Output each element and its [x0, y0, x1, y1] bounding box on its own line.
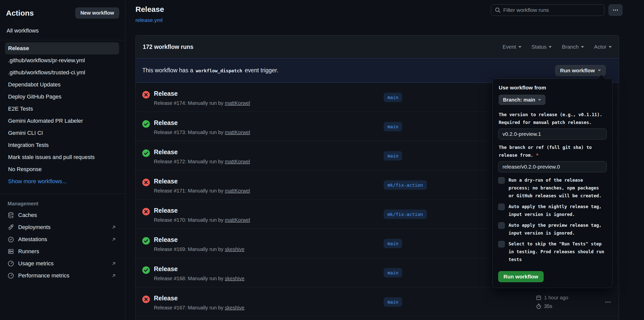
checkbox-label[interactable]: Auto apply the nightly release tag, inpu… — [509, 203, 604, 218]
check-circle-icon — [142, 237, 150, 245]
filter-event-dropdown[interactable]: Event — [502, 44, 521, 50]
actor-link[interactable]: mattKorwel — [225, 100, 250, 106]
branch-badge[interactable]: main — [384, 93, 402, 102]
branch-badge[interactable]: main — [384, 151, 402, 161]
branch-badge[interactable]: main — [384, 268, 402, 277]
run-workflow-dropdown-button[interactable]: Run workflow — [555, 65, 606, 76]
checkbox-label[interactable]: Auto apply the preview release tag, inpu… — [509, 221, 604, 237]
check-circle-icon — [142, 149, 150, 157]
sidebar-item-usage-metrics[interactable]: Usage metrics — [0, 258, 125, 270]
sidebar-item-caches[interactable]: Caches — [0, 209, 125, 221]
check-circle-icon — [142, 266, 150, 274]
branch-badge[interactable]: mk/fix-action — [384, 210, 427, 219]
input-description: The branch or ref (full git sha) to rele… — [499, 144, 608, 159]
actor-link[interactable]: mattKorwel — [225, 217, 250, 223]
run-title-link[interactable]: Release — [154, 148, 178, 156]
run-title-link[interactable]: Release — [154, 207, 178, 214]
run-time: 1 hour ago — [544, 295, 568, 301]
external-link-icon — [111, 225, 117, 230]
checkbox-row: Auto apply the nightly release tag, inpu… — [498, 203, 607, 218]
preview-tag-checkbox[interactable] — [498, 222, 505, 229]
actor-link[interactable]: mattKorwel — [225, 130, 250, 135]
workflow-options-kebab-button[interactable] — [608, 4, 623, 16]
external-link-icon — [111, 237, 117, 242]
new-workflow-button[interactable]: New workflow — [75, 8, 119, 18]
actor-link[interactable]: skeshive — [225, 276, 244, 281]
sidebar-item-label: Deployments — [18, 224, 50, 231]
workflow-runs-count: 172 workflow runs — [143, 44, 193, 50]
actor-link[interactable]: skeshive — [225, 305, 244, 310]
input-description: The version to release (e.g., v0.1.11). … — [499, 111, 608, 126]
chevron-down-icon — [581, 46, 584, 48]
dry-run-checkbox[interactable] — [498, 177, 505, 184]
check-circle-icon — [142, 120, 150, 128]
stopwatch-icon — [536, 303, 542, 309]
sidebar-item-workflow[interactable]: Gemini Automated PR Labeler — [5, 115, 119, 127]
sidebar-divider — [0, 40, 125, 40]
show-more-workflows-link[interactable]: Show more workflows... — [5, 175, 119, 187]
run-title-link[interactable]: Release — [154, 178, 178, 185]
sidebar-item-workflow[interactable]: Gemini CLI CI — [5, 127, 119, 139]
branch-badge[interactable]: mk/fix-action — [384, 180, 427, 190]
sidebar-item-attestations[interactable]: Attestations — [0, 233, 125, 245]
run-workflow-dropdown-panel: Use workflow from Branch: main The versi… — [492, 78, 612, 288]
checkbox-row: Select to skip the "Run Tests" step in t… — [498, 240, 607, 264]
branch-badge[interactable]: main — [384, 239, 402, 248]
run-options-kebab-button[interactable] — [603, 299, 613, 305]
sidebar-item-workflow[interactable]: E2E Tests — [5, 103, 119, 115]
run-title-link[interactable]: Release — [154, 90, 178, 97]
filter-actor-dropdown[interactable]: Actor — [594, 44, 612, 50]
run-workflow-submit-button[interactable]: Run workflow — [498, 271, 544, 282]
sidebar-item-runners[interactable]: Runners — [0, 245, 125, 258]
version-input[interactable] — [498, 129, 607, 140]
checkbox-label[interactable]: Run a dry-run of the release process; no… — [509, 176, 604, 200]
skip-tests-checkbox[interactable] — [498, 241, 505, 247]
run-filters: Event Status Branch Actor — [502, 44, 612, 50]
sidebar-item-release[interactable]: Release — [5, 42, 119, 54]
sidebar-item-workflow[interactable]: Dependabot Updates — [5, 79, 119, 91]
sidebar-item-performance-metrics[interactable]: Performance metrics — [0, 270, 125, 282]
chevron-down-icon — [538, 99, 541, 101]
sidebar-item-workflow[interactable]: .github/workflows/trusted-ci.yml — [5, 67, 119, 79]
filter-workflow-runs-input[interactable] — [503, 7, 601, 13]
run-title-link[interactable]: Release — [154, 236, 178, 243]
sidebar-item-workflow[interactable]: Mark stale issues and pull requests — [5, 151, 119, 163]
meter-icon — [8, 272, 14, 279]
run-subtitle: Release #174: Manually run by mattKorwel — [154, 100, 250, 106]
kebab-horizontal-icon — [612, 7, 619, 13]
sidebar-item-deployments[interactable]: Deployments — [0, 221, 125, 233]
branch-selector-button[interactable]: Branch: main — [499, 95, 545, 105]
run-title-link[interactable]: Release — [154, 265, 178, 273]
filter-branch-dropdown[interactable]: Branch — [562, 44, 584, 50]
sidebar-item-workflow[interactable]: Integration Tests — [5, 139, 119, 151]
actor-link[interactable]: skeshive — [225, 246, 244, 252]
management-heading: Management — [0, 196, 125, 209]
run-title-link[interactable]: Release — [154, 119, 178, 126]
checkbox-row: Run a dry-run of the release process; no… — [498, 176, 607, 200]
calendar-icon — [536, 295, 542, 301]
x-circle-icon — [142, 296, 150, 303]
sidebar-item-label: Caches — [18, 212, 37, 218]
actor-link[interactable]: mattKorwel — [225, 159, 250, 164]
sidebar-item-workflow[interactable]: Deploy GitHub Pages — [5, 91, 119, 103]
run-meta: 1 hour ago 35s — [536, 293, 568, 310]
actor-link[interactable]: mattKorwel — [225, 188, 250, 194]
run-subtitle: Release #167: Manually run by skeshive — [154, 305, 244, 311]
sidebar-item-workflow[interactable]: No Response — [5, 163, 119, 175]
run-title-link[interactable]: Release — [154, 295, 178, 302]
sidebar-item-label: Runners — [18, 248, 39, 255]
branch-badge[interactable]: main — [384, 122, 402, 131]
run-subtitle: Release #169: Manually run by skeshive — [154, 246, 244, 252]
checkbox-label[interactable]: Select to skip the "Run Tests" step in t… — [509, 240, 604, 264]
filter-status-dropdown[interactable]: Status — [531, 44, 552, 50]
branch-ref-input[interactable] — [498, 161, 607, 172]
sidebar-item-label: Usage metrics — [18, 260, 54, 267]
workflow-file-link[interactable]: release.yml — [135, 17, 162, 23]
cache-database-icon — [8, 212, 14, 218]
branch-badge[interactable]: main — [384, 297, 402, 307]
nightly-tag-checkbox[interactable] — [498, 204, 505, 210]
sidebar-item-workflow[interactable]: .github/workflows/pr-review.yml — [5, 54, 119, 67]
sidebar-item-all-workflows[interactable]: All workflows — [0, 18, 125, 34]
runs-card-header: 172 workflow runs Event Status Branch Ac… — [136, 36, 619, 58]
required-asterisk: * — [536, 153, 539, 158]
